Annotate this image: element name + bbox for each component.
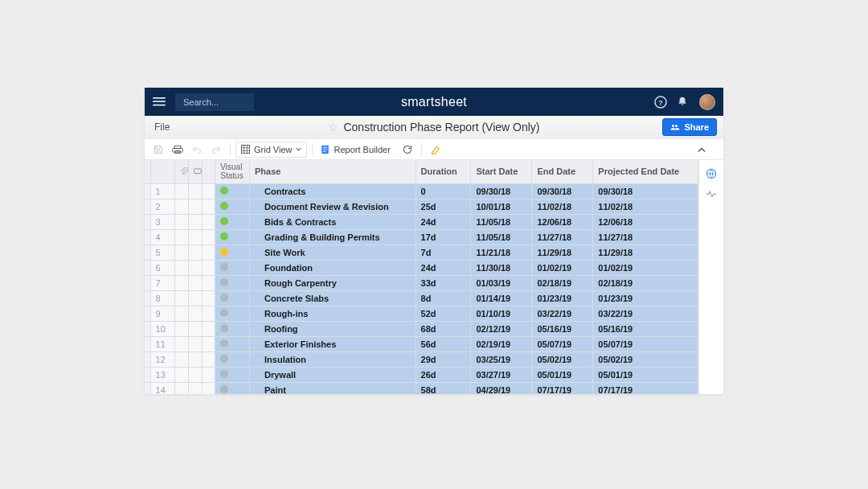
- cell-phase[interactable]: Site Work: [250, 244, 416, 260]
- cell-phase[interactable]: Insulation: [250, 351, 416, 367]
- notifications-icon[interactable]: [677, 96, 690, 109]
- print-icon[interactable]: [169, 142, 186, 158]
- col-comments-icon[interactable]: [189, 160, 203, 183]
- cell-attachments[interactable]: [175, 321, 189, 336]
- cell-comments[interactable]: [189, 367, 203, 382]
- cell-end-date[interactable]: 05/16/19: [532, 321, 593, 336]
- cell-duration[interactable]: 17d: [416, 229, 471, 244]
- row-handle[interactable]: [145, 382, 150, 394]
- cell-start-date[interactable]: 11/21/18: [471, 244, 532, 260]
- cell-end-date[interactable]: 11/29/18: [532, 244, 593, 260]
- cell-attachments[interactable]: [175, 306, 189, 321]
- search-box[interactable]: [175, 93, 254, 111]
- cell-lock[interactable]: [202, 275, 215, 290]
- cell-projected-end-date[interactable]: 03/22/19: [593, 306, 698, 321]
- cell-duration[interactable]: 7d: [416, 244, 471, 260]
- cell-visual-status[interactable]: [215, 290, 250, 306]
- cell-duration[interactable]: 24d: [416, 260, 471, 275]
- cell-comments[interactable]: [189, 275, 203, 290]
- cell-lock[interactable]: [202, 214, 215, 229]
- row-handle[interactable]: [145, 260, 150, 275]
- cell-visual-status[interactable]: [215, 306, 250, 321]
- table-row[interactable]: 5Site Work7d11/21/1811/29/1811/29/18: [145, 244, 698, 260]
- cell-start-date[interactable]: 01/14/19: [471, 290, 532, 306]
- cell-projected-end-date[interactable]: 09/30/18: [593, 183, 698, 199]
- row-handle[interactable]: [145, 275, 150, 290]
- cell-attachments[interactable]: [175, 260, 189, 275]
- cell-start-date[interactable]: 01/03/19: [471, 275, 532, 290]
- row-handle[interactable]: [145, 183, 150, 199]
- cell-lock[interactable]: [202, 306, 215, 321]
- cell-duration[interactable]: 68d: [416, 321, 471, 336]
- row-handle[interactable]: [145, 199, 150, 214]
- cell-phase[interactable]: Foundation: [250, 260, 416, 275]
- cell-phase[interactable]: Bids & Contracts: [250, 214, 416, 229]
- cell-projected-end-date[interactable]: 05/07/19: [593, 336, 698, 351]
- cell-attachments[interactable]: [175, 336, 189, 351]
- row-handle[interactable]: [145, 290, 150, 306]
- cell-lock[interactable]: [202, 260, 215, 275]
- col-start-date[interactable]: Start Date: [471, 160, 532, 183]
- cell-duration[interactable]: 26d: [416, 367, 471, 382]
- cell-phase[interactable]: Drywall: [250, 367, 416, 382]
- cell-end-date[interactable]: 07/17/19: [532, 382, 593, 394]
- col-end-date[interactable]: End Date: [532, 160, 593, 183]
- cell-visual-status[interactable]: [215, 214, 250, 229]
- table-row[interactable]: 4Grading & Building Permits17d11/05/1811…: [145, 229, 698, 244]
- cell-lock[interactable]: [202, 382, 215, 394]
- row-handle[interactable]: [145, 321, 150, 336]
- table-row[interactable]: 10Roofing68d02/12/1905/16/1905/16/19: [145, 321, 698, 336]
- cell-projected-end-date[interactable]: 05/01/19: [593, 367, 698, 382]
- table-row[interactable]: 8Concrete Slabs8d01/14/1901/23/1901/23/1…: [145, 290, 698, 306]
- cell-comments[interactable]: [189, 244, 203, 260]
- cell-projected-end-date[interactable]: 11/02/18: [593, 199, 698, 214]
- cell-visual-status[interactable]: [215, 336, 250, 351]
- col-phase[interactable]: Phase: [250, 160, 416, 183]
- cell-comments[interactable]: [189, 351, 203, 367]
- cell-start-date[interactable]: 02/12/19: [471, 321, 532, 336]
- cell-visual-status[interactable]: [215, 275, 250, 290]
- row-handle[interactable]: [145, 214, 150, 229]
- cell-comments[interactable]: [189, 229, 203, 244]
- user-avatar[interactable]: [699, 94, 715, 110]
- cell-projected-end-date[interactable]: 05/02/19: [593, 351, 698, 367]
- cell-end-date[interactable]: 11/27/18: [532, 229, 593, 244]
- cell-visual-status[interactable]: [215, 382, 250, 394]
- cell-start-date[interactable]: 04/29/19: [471, 382, 532, 394]
- table-row[interactable]: 3Bids & Contracts24d11/05/1812/06/1812/0…: [145, 214, 698, 229]
- cell-comments[interactable]: [189, 260, 203, 275]
- cell-duration[interactable]: 56d: [416, 336, 471, 351]
- cell-start-date[interactable]: 11/05/18: [471, 214, 532, 229]
- highlight-icon[interactable]: [427, 142, 444, 158]
- cell-comments[interactable]: [189, 336, 203, 351]
- cell-end-date[interactable]: 01/02/19: [532, 260, 593, 275]
- cell-visual-status[interactable]: [215, 321, 250, 336]
- cell-lock[interactable]: [202, 336, 215, 351]
- cell-attachments[interactable]: [175, 382, 189, 394]
- cell-visual-status[interactable]: [215, 244, 250, 260]
- cell-duration[interactable]: 25d: [416, 199, 471, 214]
- cell-duration[interactable]: 24d: [416, 214, 471, 229]
- share-button[interactable]: Share: [662, 118, 717, 136]
- cell-attachments[interactable]: [175, 351, 189, 367]
- cell-visual-status[interactable]: [215, 183, 250, 199]
- table-row[interactable]: 12Insulation29d03/25/1905/02/1905/02/19: [145, 351, 698, 367]
- cell-phase[interactable]: Document Review & Revision: [250, 199, 416, 214]
- col-duration[interactable]: Duration: [416, 160, 471, 183]
- file-menu[interactable]: File: [151, 120, 173, 134]
- cell-comments[interactable]: [189, 321, 203, 336]
- cell-lock[interactable]: [202, 351, 215, 367]
- cell-visual-status[interactable]: [215, 199, 250, 214]
- table-row[interactable]: 11Exterior Finishes56d02/19/1905/07/1905…: [145, 336, 698, 351]
- cell-start-date[interactable]: 11/05/18: [471, 229, 532, 244]
- cell-attachments[interactable]: [175, 214, 189, 229]
- cell-start-date[interactable]: 10/01/18: [471, 199, 532, 214]
- cell-start-date[interactable]: 11/30/18: [471, 260, 532, 275]
- grid-view-dropdown[interactable]: Grid View: [235, 142, 307, 158]
- cell-projected-end-date[interactable]: 11/29/18: [593, 244, 698, 260]
- activity-log-icon[interactable]: [706, 191, 717, 202]
- col-projected-end-date[interactable]: Projected End Date: [593, 160, 698, 183]
- table-row[interactable]: 9Rough-ins52d01/10/1903/22/1903/22/19: [145, 306, 698, 321]
- cell-projected-end-date[interactable]: 05/16/19: [593, 321, 698, 336]
- cell-visual-status[interactable]: [215, 229, 250, 244]
